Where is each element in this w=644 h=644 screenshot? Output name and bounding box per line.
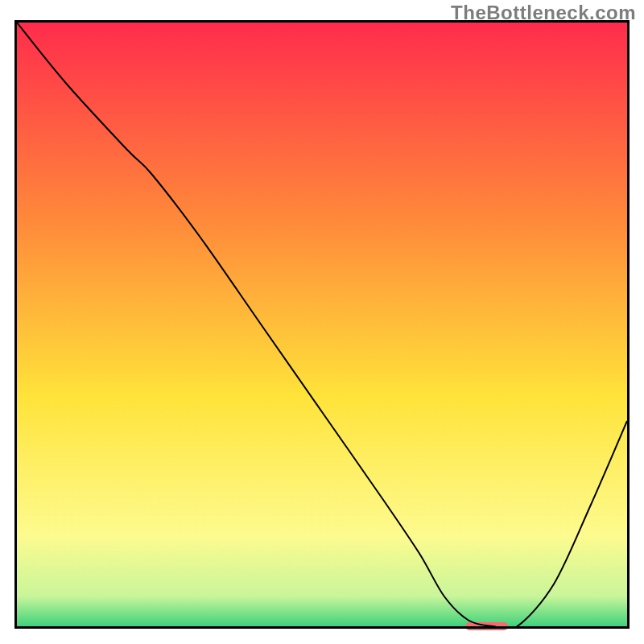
watermark: TheBottleneck.com bbox=[451, 2, 636, 24]
chart-container: TheBottleneck.com bbox=[0, 0, 644, 644]
gradient-background bbox=[17, 23, 627, 626]
chart-svg bbox=[0, 0, 644, 644]
